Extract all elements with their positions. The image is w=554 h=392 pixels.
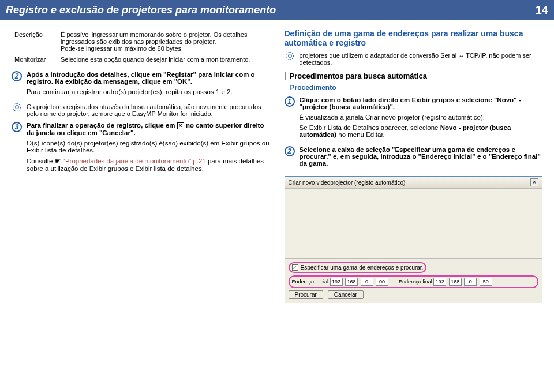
tip-note: projetores que utilizem o adaptador de c… <box>285 52 543 66</box>
step-2: 2 Selecione a caixa de seleção "Especifi… <box>285 146 543 170</box>
text: Pode-se ingressar um máximo de 60 bytes. <box>61 45 183 52</box>
page-content: Descrição É possível ingressar um memora… <box>0 20 554 312</box>
cell-label: Descrição <box>12 29 58 54</box>
ip-octet[interactable]: 0 <box>361 278 373 286</box>
link-page: p.21 <box>191 158 206 165</box>
page-number: 14 <box>536 3 548 17</box>
checkbox-label: Especificar uma gama de endereços e proc… <box>301 264 424 271</box>
ip-octet[interactable]: 168 <box>345 278 358 286</box>
page-header: Registro e exclusão de projetores para m… <box>0 0 554 20</box>
pointer-icon: ☛ <box>55 158 63 165</box>
step-body: Para finalizar a operação de registro, c… <box>27 122 270 176</box>
dialog-footer: ✓ Especificar uma gama de endereços e pr… <box>285 258 542 303</box>
lightbulb-icon <box>12 103 22 117</box>
ip-octet[interactable]: 50 <box>480 278 492 286</box>
dialog-screenshot: Criar novo videoprojector (registo autom… <box>285 176 543 303</box>
section-heading: Definição de uma gama de endereços para … <box>285 29 543 47</box>
text: no menu Editar. <box>336 131 385 138</box>
lightbulb-icon <box>285 52 295 66</box>
cell-label: Monitorizar <box>12 54 58 65</box>
checkbox-highlight: ✓ Especificar uma gama de endereços e pr… <box>289 262 427 273</box>
step-note: Se Exibir Lista de Detalhes aparecer, se… <box>300 124 543 138</box>
text: Consulte <box>27 158 55 165</box>
step-instruction: Após a introdução dos detalhes, clique e… <box>27 71 270 85</box>
ip-octet[interactable]: 192 <box>433 278 446 286</box>
step-instruction: Selecione a caixa de seleção "Especifica… <box>300 146 543 167</box>
ip-start-group: Endereço inicial 192.168.0.00 <box>292 278 389 286</box>
step-instruction: Clique com o botão lado direito em Exibi… <box>300 96 543 110</box>
ip-range-highlight: Endereço inicial 192.168.0.00 Endereço f… <box>289 275 539 288</box>
step-body: Após a introdução dos detalhes, clique e… <box>27 71 270 99</box>
cell-value: Selecione esta opção quando desejar inic… <box>58 54 270 65</box>
ip-end-label: Endereço final <box>399 279 432 285</box>
step-reference: Consulte ☛ "Propriedades da janela de mo… <box>27 157 270 172</box>
step-note: O(s) ícone(s) do(s) projetor(es) registr… <box>27 140 270 154</box>
ip-octet[interactable]: 0 <box>464 278 477 286</box>
step-number-icon: 2 <box>12 71 22 81</box>
step-number-icon: 3 <box>12 122 22 132</box>
procedure-label: Procedimento <box>290 84 543 92</box>
tip-text: Os projetores registrados através da bus… <box>27 103 270 117</box>
step-note: É visualizada a janela Criar novo projet… <box>300 114 543 121</box>
ip-end-field[interactable]: 192.168.0.50 <box>433 278 492 286</box>
cell-value: É possível ingressar um memorando sobre … <box>58 29 270 54</box>
step-3: 3 Para finalizar a operação de registro,… <box>12 122 270 176</box>
cancel-button[interactable]: Cancelar <box>328 290 364 299</box>
step-instruction: Para finalizar a operação de registro, c… <box>27 122 270 136</box>
table-row: Monitorizar Selecione esta opção quando … <box>12 54 270 65</box>
close-icon: × <box>177 122 184 129</box>
ip-octet[interactable]: 168 <box>449 278 462 286</box>
left-column: Descrição É possível ingressar um memora… <box>12 29 270 303</box>
dialog-title: Criar novo videoprojector (registo autom… <box>289 180 406 186</box>
ip-start-label: Endereço inicial <box>292 279 329 285</box>
step-2: 2 Após a introdução dos detalhes, clique… <box>12 71 270 99</box>
subsection-heading: Procedimentos para busca automática <box>285 72 543 80</box>
button-row: Procurar Cancelar <box>289 290 539 299</box>
close-icon[interactable]: × <box>530 178 538 186</box>
step-1: 1 Clique com o botão lado direito em Exi… <box>285 96 543 141</box>
checkbox[interactable]: ✓ <box>292 264 298 271</box>
tip-text: projetores que utilizem o adaptador de c… <box>300 52 543 66</box>
bidirectional-arrow-icon: ↔ <box>458 53 464 59</box>
step-body: Clique com o botão lado direito em Exibi… <box>300 96 543 141</box>
page-title: Registro e exclusão de projetores para m… <box>6 4 276 16</box>
search-button[interactable]: Procurar <box>289 290 323 299</box>
property-table: Descrição É possível ingressar um memora… <box>12 29 270 65</box>
step-number-icon: 2 <box>285 146 295 156</box>
ip-octet[interactable]: 00 <box>376 278 388 286</box>
text: Para finalizar a operação de registro, c… <box>27 122 177 129</box>
ip-octet[interactable]: 192 <box>330 278 343 286</box>
table-row: Descrição É possível ingressar um memora… <box>12 29 270 54</box>
text: Se Exibir Lista de Detalhes aparecer, se… <box>300 124 440 131</box>
tip-note: Os projetores registrados através da bus… <box>12 103 270 117</box>
text: É possível ingressar um memorando sobre … <box>61 31 247 45</box>
link-text: "Propriedades da janela de monitoramento… <box>63 158 191 165</box>
step-note: Para continuar a registrar outro(s) proj… <box>27 88 270 95</box>
dialog-body <box>285 189 542 258</box>
dialog-titlebar: Criar novo videoprojector (registo autom… <box>285 177 542 189</box>
ip-end-group: Endereço final 192.168.0.50 <box>399 278 492 286</box>
text: projetores que utilizem o adaptador de c… <box>300 52 459 59</box>
step-body: Selecione a caixa de seleção "Especifica… <box>300 146 543 170</box>
step-number-icon: 1 <box>285 96 295 107</box>
ip-start-field[interactable]: 192.168.0.00 <box>330 278 389 286</box>
right-column: Definição de uma gama de endereços para … <box>285 29 543 303</box>
